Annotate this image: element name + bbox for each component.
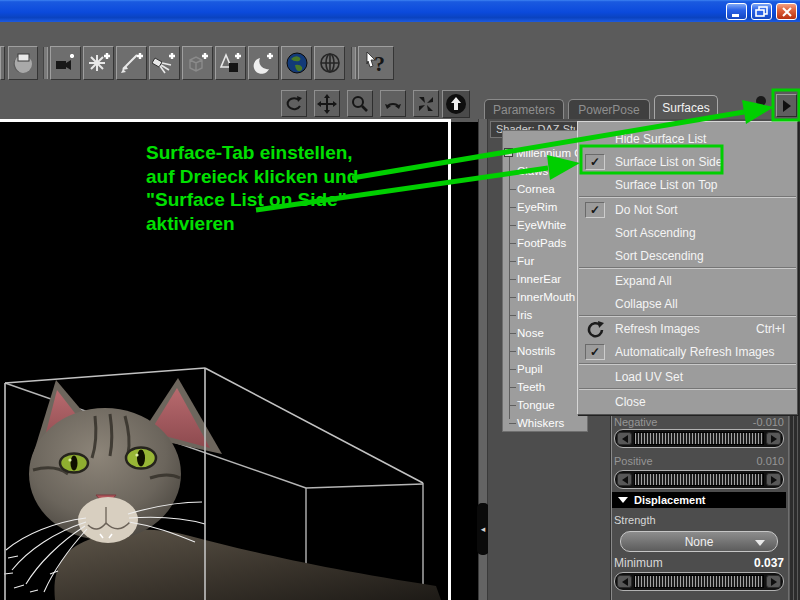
surface-item[interactable]: InnerEar bbox=[503, 270, 587, 288]
displacement-label: Displacement bbox=[634, 494, 706, 506]
toolbar-button-edge[interactable] bbox=[0, 46, 5, 80]
negative-slider[interactable] bbox=[614, 429, 784, 448]
tab-label: Surfaces bbox=[662, 101, 709, 115]
surface-label: Iris bbox=[517, 309, 532, 321]
close-button[interactable] bbox=[776, 3, 797, 20]
annotation-line: aktivieren bbox=[146, 212, 358, 236]
surface-item[interactable]: EyeRim bbox=[503, 198, 587, 216]
new-camera-button[interactable] bbox=[50, 46, 81, 80]
minimum-slider[interactable] bbox=[614, 572, 784, 591]
surface-item[interactable]: Cornea bbox=[503, 180, 587, 198]
slider-track[interactable] bbox=[634, 473, 764, 486]
minimize-icon bbox=[730, 6, 743, 17]
collapse-icon[interactable] bbox=[504, 148, 513, 157]
slider-right-arrow[interactable] bbox=[766, 575, 781, 588]
new-distant-light-button[interactable] bbox=[116, 46, 147, 80]
pan-button[interactable] bbox=[314, 90, 340, 117]
active-view-border bbox=[448, 119, 451, 600]
3d-viewport[interactable]: Surface-Tab einstellen, auf Dreieck klic… bbox=[0, 122, 478, 600]
surface-item[interactable]: FootPads bbox=[503, 234, 587, 252]
cat-model bbox=[4, 378, 441, 600]
surface-list[interactable]: Millennium Cat L Claws Cornea EyeRim Eye… bbox=[502, 130, 588, 432]
menu-item-sort-descending[interactable]: ✓ Sort Descending bbox=[578, 244, 797, 267]
annotation-line: auf Dreieck klicken und bbox=[146, 165, 358, 189]
surface-item[interactable]: Iris bbox=[503, 306, 587, 324]
slider-track[interactable] bbox=[634, 432, 764, 445]
slider-right-arrow[interactable] bbox=[766, 473, 781, 486]
slider-track[interactable] bbox=[634, 575, 764, 588]
tab-label: PowerPose bbox=[578, 103, 639, 117]
menu-item-label: Hide Surface List bbox=[615, 132, 706, 146]
slider-right-arrow[interactable] bbox=[766, 432, 781, 445]
new-primitive-button[interactable] bbox=[215, 46, 246, 80]
surface-item[interactable]: Fur bbox=[503, 252, 587, 270]
rotate-button[interactable] bbox=[380, 90, 406, 117]
wire-globe-button[interactable] bbox=[314, 46, 345, 80]
surface-tree-root[interactable]: Millennium Cat L bbox=[503, 143, 587, 162]
surface-options-menu: ✓ Hide Surface List ✓ Surface List on Si… bbox=[577, 121, 798, 415]
new-spotlight-button[interactable] bbox=[149, 46, 180, 80]
render-sphere-icon bbox=[11, 51, 35, 75]
new-point-light-button[interactable] bbox=[83, 46, 114, 80]
menu-item-label: Surface List on Top bbox=[615, 178, 718, 192]
pin-icon[interactable] bbox=[752, 93, 772, 116]
tab-parameters[interactable]: Parameters bbox=[484, 99, 564, 119]
slider-left-arrow[interactable] bbox=[617, 473, 632, 486]
frame-button[interactable] bbox=[413, 90, 439, 117]
restore-icon bbox=[755, 6, 768, 17]
restore-button[interactable] bbox=[751, 3, 772, 20]
displacement-group-header[interactable]: Displacement bbox=[612, 492, 786, 508]
pane-options-button[interactable] bbox=[776, 94, 797, 117]
menu-item-load-uv-set[interactable]: ✓ Load UV Set bbox=[578, 365, 797, 388]
surface-item[interactable]: Nose bbox=[503, 324, 587, 342]
reset-view-button[interactable] bbox=[442, 90, 470, 118]
positive-slider[interactable] bbox=[614, 470, 784, 489]
titlebar[interactable] bbox=[0, 0, 800, 22]
menu-item-sort-ascending[interactable]: ✓ Sort Ascending bbox=[578, 221, 797, 244]
menu-item-close[interactable]: ✓ Close bbox=[578, 390, 797, 413]
wire-globe-icon bbox=[318, 51, 342, 75]
tab-surfaces[interactable]: Surfaces bbox=[654, 95, 718, 119]
whats-this-help-button[interactable]: ? bbox=[358, 46, 394, 80]
render-sphere-button[interactable] bbox=[8, 46, 38, 80]
surface-item[interactable]: EyeWhite bbox=[503, 216, 587, 234]
menu-item-surface-list-on-top[interactable]: ✓ Surface List on Top bbox=[578, 173, 797, 196]
zoom-button[interactable] bbox=[347, 90, 373, 117]
menu-item-expand-all[interactable]: ✓ Expand All bbox=[578, 269, 797, 292]
orbit-button[interactable] bbox=[281, 90, 307, 117]
menu-item-hide-surface-list[interactable]: ✓ Hide Surface List bbox=[578, 127, 797, 150]
slider-left-arrow[interactable] bbox=[617, 432, 632, 445]
new-null-icon bbox=[185, 51, 211, 75]
menu-item-auto-refresh-images[interactable]: ✓ Automatically Refresh Images bbox=[578, 340, 797, 363]
menu-item-label: Expand All bbox=[615, 274, 672, 288]
surface-item[interactable]: Whiskers bbox=[503, 414, 587, 432]
surface-item[interactable]: InnerMouth bbox=[503, 288, 587, 306]
surface-item[interactable]: Pupil bbox=[503, 360, 587, 378]
menu-item-collapse-all[interactable]: ✓ Collapse All bbox=[578, 292, 797, 315]
tab-powerpose[interactable]: PowerPose bbox=[568, 99, 650, 119]
surface-label: Cornea bbox=[517, 183, 555, 195]
surface-item[interactable]: Nostrils bbox=[503, 342, 587, 360]
new-moon-light-icon bbox=[251, 51, 277, 75]
slider-left-arrow[interactable] bbox=[617, 575, 632, 588]
surface-item[interactable]: Claws bbox=[503, 162, 587, 180]
menu-item-label: Sort Ascending bbox=[615, 226, 696, 240]
minimum-row: Minimum 0.037 bbox=[614, 556, 784, 570]
strength-dropdown[interactable]: None bbox=[620, 531, 778, 552]
reset-view-icon bbox=[445, 93, 467, 115]
toolbar-separator bbox=[43, 47, 48, 79]
menu-item-refresh-images[interactable]: Refresh Images Ctrl+I bbox=[578, 317, 797, 340]
menu-item-label: Automatically Refresh Images bbox=[615, 345, 774, 359]
orbit-icon bbox=[284, 94, 304, 114]
negative-row: Negative -0.010 bbox=[614, 416, 784, 428]
menu-item-do-not-sort[interactable]: ✓ Do Not Sort bbox=[578, 198, 797, 221]
new-moon-light-button[interactable] bbox=[248, 46, 279, 80]
surface-item[interactable]: Tongue bbox=[503, 396, 587, 414]
earth-globe-button[interactable] bbox=[281, 46, 312, 80]
new-null-button[interactable] bbox=[182, 46, 213, 80]
surface-item[interactable]: Teeth bbox=[503, 378, 587, 396]
menu-item-label: Refresh Images bbox=[615, 322, 700, 336]
check-icon: ✓ bbox=[585, 202, 605, 218]
menu-item-surface-list-on-side[interactable]: ✓ Surface List on Side bbox=[578, 150, 797, 173]
minimize-button[interactable] bbox=[726, 3, 747, 20]
